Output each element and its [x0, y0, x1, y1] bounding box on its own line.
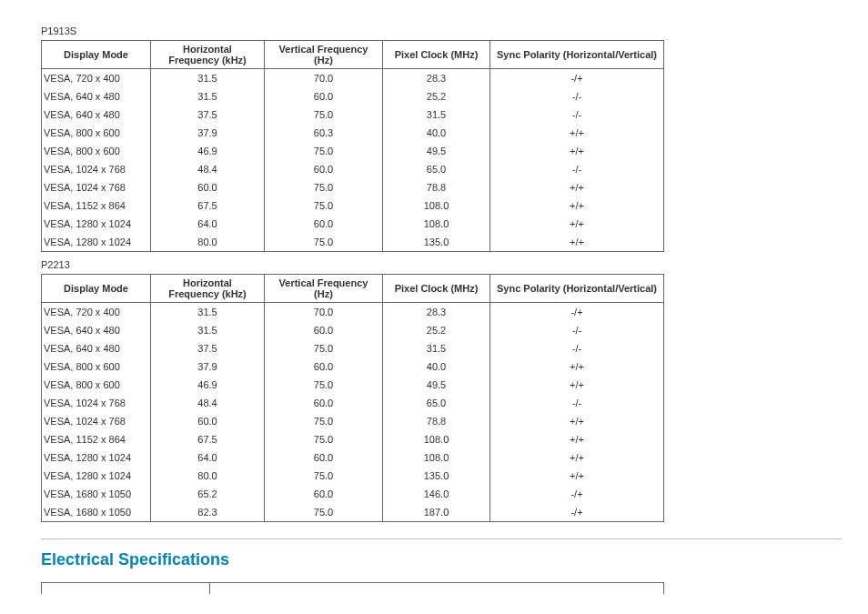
cell-value: 31.5 [383, 339, 490, 357]
cell-value: 187.0 [383, 503, 490, 522]
col-vertical-frequency: Vertical Frequency (Hz) [265, 41, 383, 69]
cell-value: 65.0 [383, 160, 490, 178]
cell-value: -/- [490, 321, 664, 339]
col-horizontal-frequency: Horizontal Frequency (kHz) [151, 41, 265, 69]
cell-display-mode: VESA, 1680 x 1050 [42, 503, 151, 522]
cell-value: 75.0 [265, 106, 383, 124]
cell-value: 75.0 [265, 339, 383, 357]
cell-value: 37.5 [151, 106, 265, 124]
table-row: VESA, 800 x 60037.960.340.0+/+ [42, 124, 664, 142]
col-sync-polarity: Sync Polarity (Horizontal/Vertical) [490, 41, 664, 69]
cell-value: 48.4 [151, 394, 265, 412]
cell-value: 75.0 [265, 430, 383, 448]
cell-value: 31.5 [151, 321, 265, 339]
cell-value: -/+ [490, 69, 664, 88]
cell-value: 49.5 [383, 142, 490, 160]
cell-value: +/+ [490, 196, 664, 215]
cell-value: 31.5 [383, 106, 490, 124]
table-row: VESA, 1280 x 102480.075.0135.0+/+ [42, 233, 664, 252]
cell-display-mode: VESA, 1024 x 768 [42, 160, 151, 178]
cell-value: 60.0 [265, 87, 383, 106]
table-row: VESA, 640 x 48031.560.025.2-/- [42, 87, 664, 106]
table-row: VESA, 1024 x 76860.075.078.8+/+ [42, 412, 664, 430]
cell-value: +/+ [490, 467, 664, 485]
cell-value: -/- [490, 160, 664, 178]
cell-display-mode: VESA, 1280 x 1024 [42, 467, 151, 485]
table-header-row: Display Mode Horizontal Frequency (kHz) … [42, 275, 664, 303]
cell-value: 78.8 [383, 178, 490, 196]
table-row: VESA, 800 x 60046.975.049.5+/+ [42, 376, 664, 394]
cell-value: +/+ [490, 142, 664, 160]
table-row: VESA, 640 x 48031.560.025.2-/- [42, 321, 664, 339]
cell-display-mode: VESA, 1680 x 1050 [42, 485, 151, 503]
table-row: VESA, 720 x 40031.570.028.3-/+ [42, 303, 664, 322]
cell-value: 37.9 [151, 124, 265, 142]
table1-label: P1913S [41, 25, 827, 36]
empty-cell [42, 583, 210, 595]
preset-modes-table-p2213: Display Mode Horizontal Frequency (kHz) … [41, 274, 664, 522]
table-row: VESA, 1280 x 102464.060.0108.0+/+ [42, 215, 664, 233]
cell-value: 46.9 [151, 376, 265, 394]
cell-value: 80.0 [151, 233, 265, 252]
cell-display-mode: VESA, 1024 x 768 [42, 412, 151, 430]
cell-value: 37.9 [151, 357, 265, 376]
cell-value: 65.0 [383, 394, 490, 412]
cell-value: +/+ [490, 233, 664, 252]
electrical-specs-heading: Electrical Specifications [41, 550, 827, 569]
cell-value: 108.0 [383, 430, 490, 448]
cell-value: 67.5 [151, 196, 265, 215]
cell-value: 135.0 [383, 233, 490, 252]
cell-display-mode: VESA, 640 x 480 [42, 87, 151, 106]
cell-value: 37.5 [151, 339, 265, 357]
cell-display-mode: VESA, 800 x 600 [42, 357, 151, 376]
table-row: VESA, 800 x 60046.975.049.5+/+ [42, 142, 664, 160]
cell-display-mode: VESA, 1280 x 1024 [42, 448, 151, 467]
col-sync-polarity: Sync Polarity (Horizontal/Vertical) [490, 275, 664, 303]
cell-display-mode: VESA, 640 x 480 [42, 321, 151, 339]
preset-modes-table-p1913s: Display Mode Horizontal Frequency (kHz) … [41, 40, 664, 252]
cell-display-mode: VESA, 1024 x 768 [42, 394, 151, 412]
cell-value: 75.0 [265, 196, 383, 215]
cell-value: -/+ [490, 485, 664, 503]
cell-value: 46.9 [151, 142, 265, 160]
table-row: VESA, 1680 x 105082.375.0187.0-/+ [42, 503, 664, 522]
cell-value: 60.0 [265, 485, 383, 503]
cell-value: 49.5 [383, 376, 490, 394]
table-row: VESA, 1024 x 76848.460.065.0-/- [42, 160, 664, 178]
cell-value: 75.0 [265, 467, 383, 485]
cell-value: 60.0 [265, 321, 383, 339]
cell-value: 108.0 [383, 196, 490, 215]
table-row: VESA, 720 x 40031.570.028.3-/+ [42, 69, 664, 88]
cell-value: 75.0 [265, 178, 383, 196]
cell-value: 64.0 [151, 448, 265, 467]
cell-value: 40.0 [383, 357, 490, 376]
cell-value: 78.8 [383, 412, 490, 430]
cell-value: 60.0 [265, 448, 383, 467]
cell-value: 31.5 [151, 87, 265, 106]
cell-value: +/+ [490, 215, 664, 233]
cell-value: 75.0 [265, 503, 383, 522]
cell-value: 31.5 [151, 69, 265, 88]
cell-value: 31.5 [151, 303, 265, 322]
cell-value: +/+ [490, 430, 664, 448]
cell-value: 75.0 [265, 376, 383, 394]
table-row: VESA, 1280 x 102480.075.0135.0+/+ [42, 467, 664, 485]
cell-value: 25.2 [383, 321, 490, 339]
table-row [42, 583, 664, 595]
col-horizontal-frequency: Horizontal Frequency (kHz) [151, 275, 265, 303]
table-row: VESA, 1280 x 102464.060.0108.0+/+ [42, 448, 664, 467]
cell-value: -/- [490, 106, 664, 124]
cell-value: 146.0 [383, 485, 490, 503]
cell-value: -/- [490, 394, 664, 412]
electrical-specs-table-top [41, 582, 664, 594]
cell-value: -/+ [490, 503, 664, 522]
cell-display-mode: VESA, 1152 x 864 [42, 430, 151, 448]
cell-value: -/- [490, 87, 664, 106]
table-row: VESA, 640 x 48037.575.031.5-/- [42, 339, 664, 357]
cell-value: 28.3 [383, 303, 490, 322]
cell-value: 60.0 [265, 160, 383, 178]
cell-display-mode: VESA, 1024 x 768 [42, 178, 151, 196]
table-row: VESA, 1024 x 76860.075.078.8+/+ [42, 178, 664, 196]
cell-display-mode: VESA, 800 x 600 [42, 376, 151, 394]
table-row: VESA, 800 x 60037.960.040.0+/+ [42, 357, 664, 376]
